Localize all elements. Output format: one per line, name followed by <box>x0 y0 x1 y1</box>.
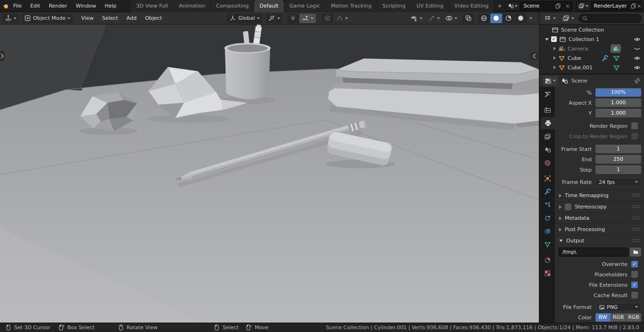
drag-grip-icon[interactable] <box>632 193 640 198</box>
shading-rendered-button[interactable] <box>515 14 527 23</box>
menu-select[interactable]: Select <box>98 12 122 25</box>
disclosure-triangle-icon[interactable] <box>553 66 556 69</box>
snap-settings-dropdown[interactable] <box>299 14 316 23</box>
menu-view[interactable]: View <box>77 12 97 25</box>
collection-checkbox[interactable]: ✓ <box>551 36 557 42</box>
frame-end-field[interactable]: 250 <box>595 155 641 164</box>
tab-particles[interactable] <box>541 199 554 211</box>
eye-icon[interactable] <box>634 64 641 71</box>
blender-logo-icon[interactable] <box>3 2 9 10</box>
properties-editor-type-button[interactable] <box>543 76 558 85</box>
resolution-percentage-slider[interactable]: 100% <box>595 88 641 97</box>
eye-closed-icon[interactable] <box>634 45 641 52</box>
render-region-checkbox[interactable] <box>631 123 638 129</box>
menu-help[interactable]: Help <box>100 0 121 12</box>
proportional-editing-toggle[interactable] <box>322 14 333 23</box>
cache-result-checkbox[interactable] <box>631 292 638 299</box>
crop-render-region-checkbox[interactable] <box>631 133 638 140</box>
object-visibility-dropdown[interactable] <box>408 14 425 23</box>
view-layer-new-button[interactable] <box>630 2 636 10</box>
tab-scripting[interactable]: Scripting <box>377 0 411 12</box>
mesh-data-icon[interactable] <box>613 64 620 71</box>
outliner-row-cube-001[interactable]: Cube.001 <box>539 63 644 72</box>
drag-grip-icon[interactable] <box>632 216 640 220</box>
xray-toggle[interactable] <box>462 14 474 23</box>
proportional-falloff-dropdown[interactable] <box>334 14 350 23</box>
aspect-y-field[interactable]: 1.000 <box>595 109 641 117</box>
pin-icon[interactable] <box>634 77 641 84</box>
sidebar-collapse-tab[interactable] <box>530 52 538 60</box>
outliner-row-cube[interactable]: Cube <box>539 53 644 63</box>
shading-options-dropdown[interactable] <box>527 14 535 23</box>
frame-rate-dropdown[interactable]: 24 fps <box>595 178 641 186</box>
output-path-input[interactable]: /tmp\ <box>559 248 628 257</box>
tab-3d-view-full[interactable]: 3D View Full <box>131 0 173 12</box>
view-layer-remove-button[interactable] <box>636 2 641 10</box>
menu-file[interactable]: File <box>9 0 26 12</box>
color-bw-button[interactable]: BW <box>595 313 611 322</box>
color-rgba-button[interactable]: RGB <box>626 313 641 322</box>
editor-type-button[interactable] <box>2 14 19 23</box>
tab-world[interactable] <box>541 157 554 169</box>
tab-scene[interactable] <box>541 143 554 156</box>
aspect-x-field[interactable]: 1.000 <box>595 99 641 107</box>
tab-modifiers[interactable] <box>541 185 554 198</box>
tab-tool[interactable] <box>541 88 554 100</box>
section-post-processing[interactable]: Post Processing <box>555 224 644 235</box>
menu-object[interactable]: Object <box>141 12 166 25</box>
tab-motion-tracking[interactable]: Motion Tracking <box>326 0 377 12</box>
tab-animation[interactable]: Animation <box>173 0 210 12</box>
view-layer-browse-button[interactable] <box>577 2 590 10</box>
mesh-data-icon[interactable] <box>613 55 620 62</box>
frame-start-field[interactable]: 1 <box>595 145 641 153</box>
modifier-wrench-icon[interactable] <box>602 55 609 62</box>
section-stereoscopy[interactable]: Stereoscopy <box>555 201 644 212</box>
pivot-point-dropdown[interactable] <box>266 14 282 23</box>
scene-name[interactable]: Scene <box>520 3 553 9</box>
tab-uv-editing[interactable]: UV Editing <box>411 0 448 12</box>
tab-object[interactable] <box>541 172 554 184</box>
outliner-row-scene-collection[interactable]: Scene Collection <box>539 25 644 34</box>
menu-render[interactable]: Render <box>44 0 71 12</box>
menu-add[interactable]: Add <box>123 12 140 25</box>
eye-icon[interactable] <box>634 55 641 62</box>
outliner-search-input[interactable] <box>578 14 642 23</box>
section-output[interactable]: Output <box>555 235 644 246</box>
tab-default[interactable]: Default <box>254 0 283 12</box>
tab-game-logic[interactable]: Game Logic <box>284 0 325 12</box>
scene-browse-button[interactable] <box>506 2 520 10</box>
overwrite-checkbox[interactable] <box>631 261 638 267</box>
tab-object-data[interactable] <box>541 238 554 250</box>
menu-window[interactable]: Window <box>72 0 100 12</box>
outliner-row-collection-1[interactable]: ✓ Collection 1 <box>539 34 644 44</box>
file-format-dropdown[interactable]: PNG <box>595 303 641 311</box>
camera-data-badge[interactable] <box>611 44 621 53</box>
disclosure-triangle-icon[interactable] <box>553 56 556 60</box>
tab-compositing[interactable]: Compositing <box>211 0 254 12</box>
snap-toggle[interactable] <box>287 14 299 23</box>
gizmos-dropdown[interactable] <box>426 14 442 23</box>
stereoscopy-checkbox[interactable] <box>565 204 571 210</box>
tab-texture[interactable] <box>541 267 554 279</box>
tab-material[interactable] <box>541 254 554 266</box>
tab-constraints[interactable] <box>541 225 554 237</box>
section-metadata[interactable]: Metadata <box>555 212 644 224</box>
menu-edit[interactable]: Edit <box>26 0 44 12</box>
outliner-display-mode-button[interactable] <box>560 14 577 23</box>
placeholders-checkbox[interactable] <box>631 271 638 278</box>
toolbar-collapse-tab[interactable] <box>0 51 5 61</box>
browse-folder-button[interactable] <box>630 248 641 257</box>
scene-new-button[interactable] <box>553 2 563 10</box>
shading-solid-button[interactable] <box>490 14 502 23</box>
drag-grip-icon[interactable] <box>632 227 640 232</box>
eye-icon[interactable] <box>634 36 641 43</box>
tab-video-editing[interactable]: Video Editing <box>449 0 494 12</box>
outliner-row-camera[interactable]: Camera <box>539 44 644 53</box>
tab-output[interactable] <box>541 117 555 129</box>
view-layer-name[interactable]: RenderLayer <box>590 3 631 9</box>
drag-grip-icon[interactable] <box>632 239 640 243</box>
viewport-3d[interactable] <box>0 25 539 323</box>
disclosure-triangle-icon[interactable] <box>553 47 556 50</box>
section-time-remapping[interactable]: Time Remapping <box>555 190 644 201</box>
drag-grip-icon[interactable] <box>632 205 640 209</box>
